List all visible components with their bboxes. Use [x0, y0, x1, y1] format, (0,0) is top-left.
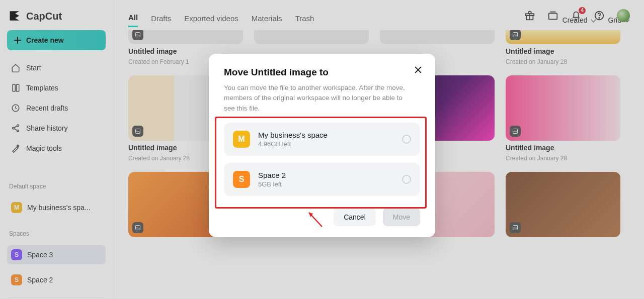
close-icon[interactable] [413, 65, 423, 75]
annotation-highlight-box [215, 117, 427, 209]
modal-description: You can move the file to another workspa… [224, 83, 410, 114]
move-button[interactable]: Move [383, 208, 420, 226]
cancel-button[interactable]: Cancel [334, 208, 376, 226]
annotation-arrow-icon [304, 209, 326, 231]
modal-title: Move Untitled image to [224, 67, 420, 78]
